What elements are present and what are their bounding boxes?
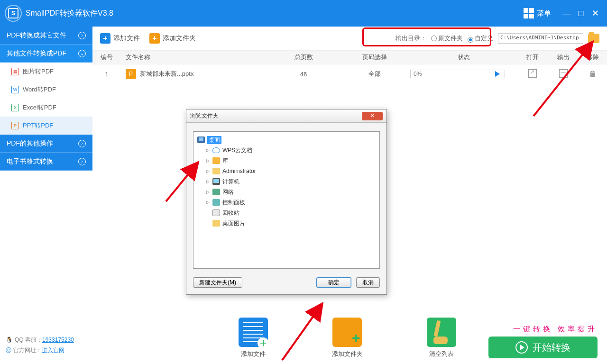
- chevron-right-icon: ›: [78, 158, 86, 165]
- promo-block: 一键转换 效率提升 开始转换: [488, 325, 598, 358]
- dialog-title: 浏览文件夹: [190, 112, 219, 120]
- row-filename: P新城郡未来新...pptx: [121, 69, 268, 79]
- qq-support-link[interactable]: 1933175230: [42, 337, 74, 343]
- play-icon: [495, 71, 503, 77]
- official-site-link[interactable]: 进入官网: [42, 347, 64, 354]
- bottom-actions: 添加文件 添加文件夹 清空列表 一键转换 效率提升 开始转换: [206, 318, 598, 358]
- browse-folder-button[interactable]: [588, 34, 599, 43]
- recycle-icon: [212, 209, 220, 216]
- plus-icon: +: [149, 33, 160, 44]
- user-icon: [212, 168, 220, 174]
- browse-folder-dialog: 浏览文件夹 ✕ 桌面 ▷WPS云文档 ▷库 ▷Administrator ▷计算…: [186, 109, 387, 295]
- ppt-icon: P: [11, 122, 19, 129]
- desktop-icon: [197, 136, 205, 143]
- sidebar-item-ppt-to-pdf[interactable]: PPPT转PDF: [0, 117, 92, 135]
- app-logo-icon: S: [5, 5, 22, 22]
- excel-icon: X: [11, 104, 19, 111]
- dialog-titlebar[interactable]: 浏览文件夹 ✕: [186, 109, 386, 123]
- control-panel-icon: [212, 199, 220, 206]
- sidebar-item-excel-to-pdf[interactable]: XExcel转PDF: [0, 99, 92, 117]
- dialog-close-button[interactable]: ✕: [362, 112, 383, 120]
- output-path-input[interactable]: C:\Users\ADMINI~1\Desktop: [498, 33, 583, 44]
- cancel-button[interactable]: 取消: [356, 277, 380, 288]
- open-file-button[interactable]: [528, 69, 537, 78]
- col-name: 文件名称: [121, 53, 268, 62]
- chevron-down-icon: ⌄: [78, 50, 86, 57]
- dialog-footer: 新建文件夹(M) 确定 取消: [186, 273, 386, 294]
- network-icon: [212, 189, 220, 195]
- file-table-row[interactable]: 1 P新城郡未来新...pptx 46 全部 0% 🗑: [92, 64, 607, 83]
- radio-original-folder[interactable]: 原文件夹: [431, 34, 463, 43]
- browser-icon: ⓔ: [6, 347, 11, 354]
- folder-tree[interactable]: 桌面 ▷WPS云文档 ▷库 ▷Administrator ▷计算机 ▷网络 ▷控…: [193, 131, 380, 269]
- row-page-select[interactable]: 全部: [339, 70, 410, 78]
- col-open: 打开: [517, 53, 548, 62]
- folder-icon: [212, 220, 220, 227]
- progress-bar[interactable]: 0%: [410, 70, 505, 78]
- toolbar: +添加文件 +添加文件夹 输出目录： 原文件夹 自定义 C:\Users\ADM…: [92, 27, 607, 50]
- tree-node-admin[interactable]: ▷Administrator: [195, 166, 377, 176]
- library-icon: [212, 157, 220, 164]
- sidebar-group-other-to-pdf[interactable]: 其他文件转换成PDF⌄: [0, 45, 92, 63]
- tree-node-library[interactable]: ▷库: [195, 155, 377, 166]
- titlebar: S SmallPDF转换器软件V3.8 菜单 — □ ✕: [0, 0, 607, 27]
- computer-icon: [212, 178, 220, 185]
- output-dir-label: 输出目录：: [395, 34, 426, 43]
- sidebar: PDF转换成其它文件› 其他文件转换成PDF⌄ ▦图片转PDF WWord转PD…: [0, 27, 92, 364]
- chevron-right-icon: ›: [78, 32, 86, 39]
- add-folder-button[interactable]: +添加文件夹: [149, 33, 196, 44]
- image-icon: ▦: [11, 68, 19, 75]
- sidebar-item-image-to-pdf[interactable]: ▦图片转PDF: [0, 63, 92, 81]
- tree-node-recycle[interactable]: 回收站: [195, 208, 377, 218]
- row-status: 0%: [410, 70, 517, 78]
- row-pages: 46: [268, 71, 339, 78]
- start-convert-button[interactable]: 开始转换: [488, 337, 598, 358]
- tree-node-wps[interactable]: ▷WPS云文档: [195, 145, 377, 155]
- add-file-button[interactable]: +添加文件: [100, 33, 140, 44]
- word-icon: W: [11, 86, 19, 93]
- tree-node-control-panel[interactable]: ▷控制面板: [195, 197, 377, 208]
- tree-node-desktop-pics[interactable]: 桌面图片: [195, 218, 377, 228]
- minimize-button[interactable]: —: [560, 9, 574, 18]
- radio-custom-folder[interactable]: 自定义: [468, 34, 493, 43]
- col-index: 编号: [92, 53, 121, 62]
- menu-button[interactable]: 菜单: [524, 8, 551, 18]
- big-clear-list-button[interactable]: 清空列表: [395, 318, 488, 358]
- output-file-button[interactable]: [559, 69, 568, 78]
- sidebar-group-pdf-other-ops[interactable]: PDF的其他操作›: [0, 135, 92, 153]
- ppt-file-icon: P: [126, 69, 136, 79]
- maximize-button[interactable]: □: [574, 9, 588, 18]
- remove-file-button[interactable]: 🗑: [589, 70, 597, 78]
- col-pages: 总页数: [268, 53, 339, 62]
- sidebar-item-word-to-pdf[interactable]: WWord转PDF: [0, 81, 92, 99]
- chevron-right-icon: ›: [78, 140, 86, 147]
- col-status: 状态: [410, 53, 517, 62]
- menu-grid-icon: [524, 8, 534, 18]
- col-remove: 移除: [579, 53, 607, 62]
- row-index: 1: [92, 71, 121, 78]
- promo-text: 一键转换 效率提升: [488, 325, 598, 334]
- big-add-file-button[interactable]: 添加文件: [206, 318, 300, 358]
- tree-node-computer[interactable]: ▷计算机: [195, 176, 377, 187]
- sidebar-group-ebook[interactable]: 电子书格式转换›: [0, 153, 92, 171]
- tree-node-desktop[interactable]: 桌面: [195, 135, 377, 145]
- qq-icon: 🐧: [6, 337, 13, 343]
- big-add-folder-button[interactable]: 添加文件夹: [300, 318, 394, 358]
- col-page-select: 页码选择: [339, 53, 410, 62]
- col-output: 输出: [548, 53, 579, 62]
- file-table-header: 编号 文件名称 总页数 页码选择 状态 打开 输出 移除: [92, 50, 607, 64]
- cloud-icon: [212, 147, 220, 153]
- app-title: SmallPDF转换器软件V3.8: [26, 9, 113, 18]
- sidebar-footer: 🐧QQ 客服：1933175230 ⓔ官方网址：进入官网: [6, 335, 74, 355]
- plus-icon: +: [100, 33, 110, 44]
- menu-label: 菜单: [537, 9, 551, 18]
- ok-button[interactable]: 确定: [316, 277, 351, 288]
- output-dir-block: 输出目录： 原文件夹 自定义 C:\Users\ADMINI~1\Desktop: [395, 33, 599, 44]
- play-circle-icon: [515, 341, 528, 354]
- new-folder-button[interactable]: 新建文件夹(M): [193, 277, 242, 288]
- sidebar-group-pdf-to-other[interactable]: PDF转换成其它文件›: [0, 27, 92, 45]
- close-button[interactable]: ✕: [588, 8, 602, 18]
- tree-node-network[interactable]: ▷网络: [195, 187, 377, 197]
